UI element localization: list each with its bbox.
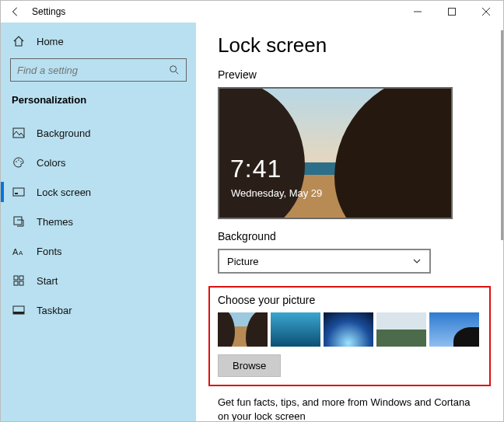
svg-rect-16 bbox=[19, 281, 23, 285]
picture-thumb-3[interactable] bbox=[324, 312, 373, 347]
preview-label: Preview bbox=[218, 68, 481, 81]
background-value: Picture bbox=[227, 256, 258, 267]
titlebar: Settings bbox=[1, 1, 503, 23]
sidebar-section-label: Personalization bbox=[7, 89, 190, 113]
chevron-down-icon bbox=[412, 256, 422, 266]
picture-thumbnails bbox=[218, 312, 481, 347]
themes-icon bbox=[12, 214, 26, 228]
sidebar-item-themes[interactable]: Themes bbox=[7, 207, 190, 236]
sidebar: Home Personalization Background bbox=[1, 23, 196, 421]
svg-line-3 bbox=[176, 71, 179, 75]
minimize-button[interactable] bbox=[401, 1, 435, 23]
scrollbar[interactable] bbox=[501, 30, 503, 240]
preview-date: Wednesday, May 29 bbox=[231, 187, 322, 199]
sidebar-item-start[interactable]: Start bbox=[7, 266, 190, 295]
browse-button[interactable]: Browse bbox=[218, 354, 281, 377]
taskbar-icon bbox=[12, 303, 26, 317]
svg-text:A: A bbox=[19, 249, 23, 256]
fun-facts-text: Get fun facts, tips, and more from Windo… bbox=[218, 396, 481, 421]
content-pane: Lock screen Preview 7:41 Wednesday, May … bbox=[196, 23, 503, 421]
search-input-wrapper[interactable] bbox=[10, 58, 187, 82]
sidebar-item-taskbar[interactable]: Taskbar bbox=[7, 295, 190, 325]
svg-point-6 bbox=[18, 159, 19, 161]
svg-rect-1 bbox=[449, 9, 456, 16]
settings-window: Settings Home Persona bbox=[0, 0, 504, 422]
sidebar-item-fonts[interactable]: AA Fonts bbox=[7, 236, 190, 266]
background-label: Background bbox=[218, 230, 481, 242]
lockscreen-preview: 7:41 Wednesday, May 29 bbox=[218, 87, 453, 219]
svg-rect-10 bbox=[14, 217, 22, 225]
sidebar-item-label: Colors bbox=[37, 157, 66, 169]
search-input[interactable] bbox=[17, 65, 169, 76]
svg-point-7 bbox=[20, 161, 22, 162]
picture-thumb-4[interactable] bbox=[376, 312, 426, 347]
svg-rect-15 bbox=[14, 281, 18, 285]
sidebar-item-label: Lock screen bbox=[37, 187, 91, 198]
picture-thumb-1[interactable] bbox=[218, 312, 268, 347]
preview-time: 7:41 bbox=[230, 155, 282, 183]
sidebar-item-label: Themes bbox=[37, 216, 73, 228]
background-dropdown[interactable]: Picture bbox=[218, 249, 431, 274]
svg-text:A: A bbox=[12, 247, 19, 256]
sidebar-item-label: Background bbox=[37, 127, 90, 139]
page-title: Lock screen bbox=[218, 33, 481, 58]
fonts-icon: AA bbox=[12, 244, 26, 258]
search-icon bbox=[169, 65, 180, 75]
svg-point-5 bbox=[16, 161, 17, 162]
sidebar-item-background[interactable]: Background bbox=[7, 118, 190, 148]
sidebar-home[interactable]: Home bbox=[7, 27, 190, 55]
sidebar-home-label: Home bbox=[37, 36, 64, 47]
back-icon[interactable] bbox=[10, 6, 21, 17]
sidebar-item-label: Fonts bbox=[37, 246, 62, 257]
choose-picture-label: Choose your picture bbox=[218, 294, 481, 306]
choose-picture-section: Choose your picture Browse bbox=[208, 286, 491, 386]
start-icon bbox=[12, 274, 26, 288]
svg-rect-13 bbox=[14, 276, 18, 280]
svg-point-2 bbox=[170, 66, 177, 72]
image-icon bbox=[12, 126, 26, 140]
svg-rect-9 bbox=[15, 193, 18, 194]
maximize-button[interactable] bbox=[435, 1, 469, 23]
window-title: Settings bbox=[32, 6, 65, 17]
picture-thumb-5[interactable] bbox=[429, 312, 479, 347]
close-button[interactable] bbox=[469, 1, 503, 23]
sidebar-item-label: Start bbox=[37, 275, 58, 287]
svg-rect-18 bbox=[13, 312, 24, 314]
home-icon bbox=[12, 34, 26, 48]
lockscreen-icon bbox=[12, 185, 26, 199]
picture-thumb-2[interactable] bbox=[271, 312, 320, 347]
sidebar-item-label: Taskbar bbox=[37, 305, 72, 316]
sidebar-item-colors[interactable]: Colors bbox=[7, 148, 190, 177]
svg-rect-14 bbox=[19, 276, 23, 280]
palette-icon bbox=[12, 155, 26, 169]
sidebar-item-lockscreen[interactable]: Lock screen bbox=[7, 177, 190, 207]
svg-rect-8 bbox=[13, 188, 24, 196]
